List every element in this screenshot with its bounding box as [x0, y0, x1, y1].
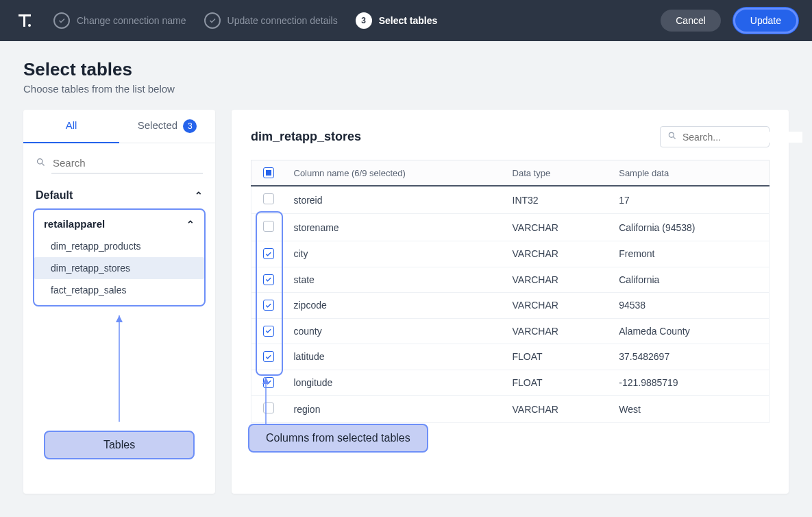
- cell-type: FLOAT: [504, 344, 611, 370]
- table-item[interactable]: fact_retapp_sales: [34, 279, 204, 301]
- column-search-input[interactable]: [682, 132, 802, 143]
- cell-name: latitude: [286, 344, 504, 370]
- step-3[interactable]: 3 Select tables: [356, 12, 438, 29]
- chevron-up-icon: ⌃: [195, 190, 203, 201]
- check-icon: [53, 12, 70, 29]
- row-checkbox[interactable]: [263, 300, 274, 311]
- columns-table: Column name (6/9 selected) Data type Sam…: [251, 160, 770, 423]
- select-all-checkbox[interactable]: [263, 167, 274, 178]
- group-label: Default: [36, 189, 73, 202]
- cell-sample: 94538: [611, 293, 769, 319]
- svg-point-7: [669, 132, 674, 137]
- row-checkbox[interactable]: [263, 351, 274, 362]
- table-search-input[interactable]: [51, 153, 203, 173]
- tab-all[interactable]: All: [23, 110, 119, 143]
- cell-sample: -121.9885719: [611, 370, 769, 396]
- cell-sample: West: [611, 396, 769, 423]
- step-3-number: 3: [356, 12, 372, 29]
- tab-selected[interactable]: Selected 3: [119, 110, 215, 143]
- chevron-up-icon: ⌃: [186, 219, 195, 230]
- page-subtitle: Choose tables from the list below: [23, 83, 789, 95]
- table-row: cityVARCHARFremont: [251, 241, 770, 267]
- cell-sample: 17: [611, 186, 769, 214]
- table-row: storenameVARCHARCalifornia (94538): [251, 214, 770, 241]
- svg-rect-1: [23, 14, 25, 27]
- tables-sidebar: All Selected 3 Default ⌃ retailappa: [23, 110, 215, 494]
- cell-sample: California (94538): [611, 214, 769, 241]
- step-3-label: Select tables: [379, 15, 438, 26]
- cell-type: INT32: [504, 186, 611, 214]
- row-checkbox[interactable]: [263, 402, 274, 413]
- table-row: zipcodeVARCHAR94538: [251, 293, 770, 319]
- row-checkbox[interactable]: [263, 248, 274, 259]
- table-item[interactable]: dim_retapp_products: [34, 235, 204, 257]
- svg-point-3: [38, 158, 43, 164]
- callout-arrow: [112, 315, 126, 425]
- cell-name: storename: [286, 214, 504, 241]
- cell-type: VARCHAR: [504, 318, 611, 344]
- step-1-label: Change connection name: [77, 15, 186, 26]
- callout-tables: Tables: [44, 431, 195, 459]
- cell-type: VARCHAR: [504, 396, 611, 423]
- col-header-sample: Sample data: [611, 160, 769, 187]
- schema-retailapparel[interactable]: retailapparel ⌃: [34, 213, 204, 235]
- cell-name: county: [286, 318, 504, 344]
- cell-sample: Alameda County: [611, 318, 769, 344]
- row-checkbox[interactable]: [263, 377, 274, 388]
- step-1[interactable]: Change connection name: [53, 12, 186, 29]
- step-2-label: Update connection details: [227, 15, 338, 26]
- cell-sample: California: [611, 267, 769, 293]
- cell-type: VARCHAR: [504, 241, 611, 267]
- cell-name: region: [286, 396, 504, 423]
- cell-name: city: [286, 241, 504, 267]
- check-icon: [204, 12, 221, 29]
- svg-line-8: [674, 137, 676, 139]
- col-header-type: Data type: [504, 160, 611, 187]
- table-row: latitudeFLOAT37.5482697: [251, 344, 770, 370]
- update-button[interactable]: Update: [733, 8, 798, 34]
- tab-selected-label: Selected: [138, 119, 177, 131]
- row-checkbox[interactable]: [263, 193, 274, 204]
- wizard-header: Change connection name Update connection…: [0, 0, 812, 41]
- cell-name: longitude: [286, 370, 504, 396]
- svg-point-2: [28, 24, 31, 27]
- schema-name: retailapparel: [44, 218, 105, 230]
- row-checkbox[interactable]: [263, 221, 274, 232]
- group-default[interactable]: Default ⌃: [23, 180, 215, 208]
- callout-columns: Columns from selected tables: [248, 424, 428, 453]
- cell-name: state: [286, 267, 504, 293]
- cell-type: VARCHAR: [504, 293, 611, 319]
- search-icon: [36, 157, 46, 170]
- table-row: longitudeFLOAT-121.9885719: [251, 370, 770, 396]
- cell-sample: 37.5482697: [611, 344, 769, 370]
- col-header-name: Column name (6/9 selected): [286, 160, 504, 187]
- svg-line-4: [42, 163, 44, 165]
- row-checkbox[interactable]: [263, 274, 274, 285]
- cell-name: storeid: [286, 186, 504, 214]
- column-search-box[interactable]: [660, 126, 770, 147]
- step-2[interactable]: Update connection details: [204, 12, 338, 29]
- svg-marker-6: [116, 315, 123, 322]
- table-item[interactable]: dim_retapp_stores: [34, 257, 204, 279]
- page-title: Select tables: [23, 59, 789, 80]
- cancel-button[interactable]: Cancel: [661, 10, 721, 32]
- schema-highlight-box: retailapparel ⌃ dim_retapp_productsdim_r…: [33, 208, 206, 306]
- table-row: stateVARCHARCalifornia: [251, 267, 770, 293]
- selected-count-badge: 3: [183, 119, 197, 133]
- tab-all-label: All: [66, 119, 77, 131]
- table-row: countyVARCHARAlameda County: [251, 318, 770, 344]
- search-icon: [667, 131, 677, 143]
- app-logo: [14, 10, 36, 32]
- cell-type: VARCHAR: [504, 267, 611, 293]
- cell-type: FLOAT: [504, 370, 611, 396]
- cell-type: VARCHAR: [504, 214, 611, 241]
- table-row: regionVARCHARWest: [251, 396, 770, 423]
- columns-panel: dim_retapp_stores Column name (6/9 selec…: [232, 110, 789, 494]
- table-row: storeidINT3217: [251, 186, 770, 214]
- selected-table-title: dim_retapp_stores: [251, 130, 361, 144]
- row-checkbox[interactable]: [263, 326, 274, 337]
- cell-name: zipcode: [286, 293, 504, 319]
- cell-sample: Fremont: [611, 241, 769, 267]
